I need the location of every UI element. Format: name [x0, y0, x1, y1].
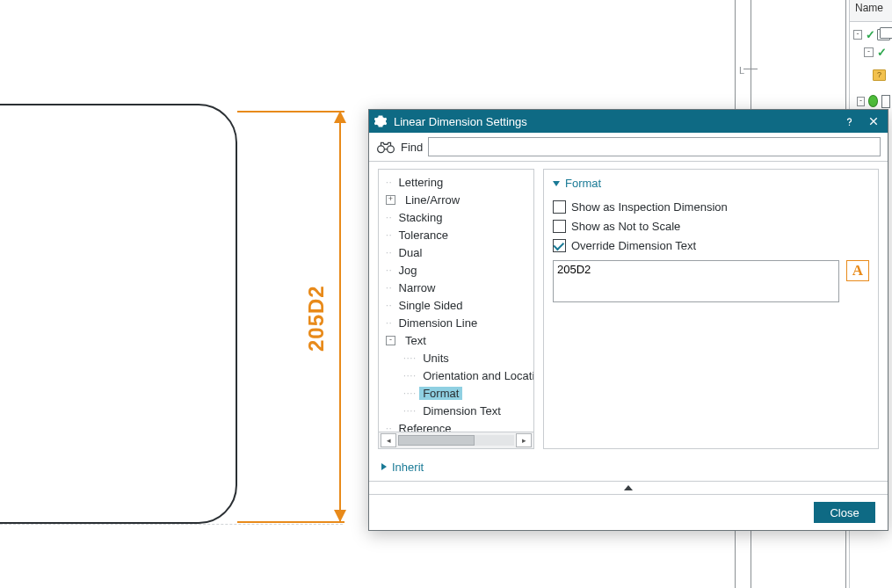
- svg-point-2: [388, 146, 395, 153]
- tree-item-dimension-line[interactable]: ··Dimension Line: [379, 314, 533, 331]
- checkmark-icon: ✓: [877, 46, 887, 59]
- dimension-text[interactable]: 205D2: [304, 285, 329, 352]
- tree-leader-dots: ··: [386, 301, 393, 310]
- dimension-line[interactable]: [339, 111, 341, 521]
- tree-leader-dots: ··: [386, 265, 393, 275]
- tree-item-label: Dual: [395, 246, 426, 259]
- checkbox[interactable]: [553, 220, 566, 233]
- tree-item-label: Single Sided: [395, 299, 467, 312]
- tree-item-orientation-and-location[interactable]: ····Orientation and Location: [379, 367, 533, 384]
- tree-item-tolerance[interactable]: ··Tolerance: [379, 226, 533, 243]
- binoculars-icon: [376, 139, 395, 155]
- tree-item-label: Reference: [395, 422, 455, 432]
- ruler-tick: [743, 69, 758, 69]
- checkbox[interactable]: [553, 200, 566, 214]
- guide-line: [0, 524, 343, 525]
- horizontal-scrollbar[interactable]: ◂ ▸: [379, 432, 533, 448]
- triangle-down-icon: [553, 181, 560, 186]
- dimension-arrowhead: [334, 510, 346, 522]
- find-label: Find: [401, 141, 423, 154]
- checkbox-label[interactable]: Show as Inspection Dimension: [571, 200, 728, 214]
- tree-node[interactable]: - ✓: [853, 25, 890, 43]
- tree-item-jog[interactable]: ··Jog: [379, 261, 533, 279]
- tree-item-format[interactable]: ····Format: [379, 384, 533, 402]
- tree-node[interactable]: - ✓: [864, 43, 890, 61]
- tree-item-reference[interactable]: ··Reference: [379, 419, 533, 432]
- scroll-right-button[interactable]: ▸: [516, 433, 532, 447]
- expand-toggle-icon[interactable]: -: [864, 47, 874, 57]
- tree-leader-dots: ··: [386, 424, 393, 432]
- collapse-icon[interactable]: -: [386, 336, 395, 345]
- scrollbar-track[interactable]: [398, 435, 514, 446]
- expand-toggle-icon[interactable]: -: [853, 30, 862, 40]
- dimension-arrowhead: [334, 111, 346, 123]
- tree-item-label: Format: [419, 387, 462, 400]
- scrollbar-thumb[interactable]: [398, 435, 475, 446]
- checkbox[interactable]: [553, 239, 566, 252]
- checkbox-row: Show as Inspection Dimension: [553, 197, 869, 216]
- override-text-input[interactable]: [553, 260, 839, 302]
- part-outline[interactable]: [0, 104, 237, 524]
- find-input[interactable]: [428, 137, 881, 156]
- warning-icon: [873, 69, 886, 81]
- linear-dimension-settings-dialog: Linear Dimension Settings Find ··Letteri…: [368, 109, 888, 531]
- tree-item-narrow[interactable]: ··Narrow: [379, 279, 533, 296]
- tree-item-units[interactable]: ····Units: [379, 349, 533, 367]
- tree-item-label: Units: [419, 352, 453, 365]
- tree-leader-dots: ····: [403, 388, 417, 398]
- tree-item-dual[interactable]: ··Dual: [379, 243, 533, 261]
- checkbox-label[interactable]: Show as Not to Scale: [571, 220, 680, 233]
- tree-item-single-sided[interactable]: ··Single Sided: [379, 296, 533, 314]
- settings-content-panel: Format Show as Inspection DimensionShow …: [543, 169, 879, 449]
- tree-item-label: Line/Arrow: [402, 193, 463, 207]
- close-button[interactable]: [865, 113, 882, 130]
- tree-item-dimension-text[interactable]: ····Dimension Text: [379, 402, 533, 419]
- tree-leader-dots: ··: [386, 178, 393, 187]
- tree-leader-dots: ··: [386, 318, 393, 328]
- dialog-titlebar[interactable]: Linear Dimension Settings: [369, 110, 888, 133]
- expand-toggle-icon[interactable]: -: [857, 97, 865, 106]
- checkmark-icon: ✓: [866, 28, 875, 41]
- tree-node[interactable]: [873, 66, 890, 83]
- tree-item-stacking[interactable]: ··Stacking: [379, 208, 533, 226]
- checkbox-label[interactable]: Override Dimension Text: [571, 239, 696, 252]
- svg-point-0: [848, 124, 849, 125]
- tree-item-label: Stacking: [395, 211, 446, 224]
- inherit-section-header[interactable]: Inherit: [369, 453, 888, 481]
- inherit-label: Inherit: [392, 461, 424, 474]
- tree-item-text[interactable]: -Text: [379, 331, 533, 349]
- scroll-left-button[interactable]: ◂: [381, 433, 396, 447]
- column-header-name[interactable]: Name: [850, 0, 892, 22]
- expand-icon[interactable]: +: [386, 195, 395, 205]
- checkbox-row: Show as Not to Scale: [553, 216, 869, 236]
- tree-node[interactable]: -: [857, 92, 890, 110]
- close-button[interactable]: Close: [814, 502, 875, 523]
- tree-leader-dots: ····: [403, 406, 417, 416]
- tree-item-label: Dimension Text: [419, 404, 504, 417]
- collapse-handle[interactable]: [369, 481, 888, 495]
- settings-tree[interactable]: ··Lettering+Line/Arrow··Stacking··Tolera…: [378, 169, 534, 449]
- tree-item-label: Lettering: [395, 176, 447, 189]
- tree-item-line-arrow[interactable]: +Line/Arrow: [379, 191, 533, 208]
- triangle-right-icon: [381, 463, 387, 470]
- help-button[interactable]: [840, 113, 858, 130]
- section-title: Format: [565, 177, 601, 190]
- tree-leader-dots: ··: [386, 248, 393, 258]
- document-icon: [881, 95, 890, 108]
- tree-item-lettering[interactable]: ··Lettering: [379, 173, 533, 191]
- tree-item-label: Orientation and Location: [419, 369, 533, 382]
- chevron-up-icon: [624, 485, 633, 490]
- insert-symbol-button[interactable]: A: [846, 260, 869, 281]
- dialog-title: Linear Dimension Settings: [394, 115, 833, 128]
- svg-point-1: [378, 146, 385, 153]
- dialog-button-bar: Close: [369, 495, 888, 530]
- gear-icon: [374, 115, 387, 127]
- status-dot-icon: [868, 95, 878, 107]
- tree-leader-dots: ····: [403, 371, 417, 381]
- tree-item-label: Narrow: [395, 281, 439, 294]
- tree-item-label: Text: [402, 334, 430, 347]
- dimension-extension-line: [237, 521, 344, 523]
- tree-item-label: Jog: [395, 264, 421, 277]
- dimension-extension-line: [237, 111, 344, 113]
- section-header-format[interactable]: Format: [553, 177, 869, 190]
